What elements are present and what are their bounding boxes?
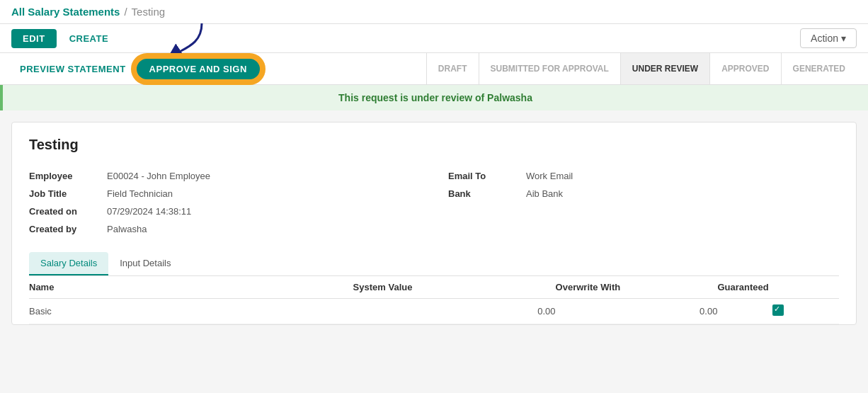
tab-input-details[interactable]: Input Details — [108, 252, 182, 275]
action-label: Action — [811, 33, 838, 44]
action-arrow-icon: ▾ — [841, 33, 846, 44]
guaranteed-checkbox[interactable] — [772, 304, 784, 316]
field-bank: Bank Aib Bank — [448, 185, 839, 203]
create-button[interactable]: CREATE — [62, 29, 115, 48]
salary-table: Name System Value Overwrite With Guarant… — [29, 276, 839, 324]
cell-system-value: 0.00 — [353, 299, 556, 324]
value-created-on: 07/29/2024 14:38:11 — [107, 206, 191, 217]
form-right-column: Email To Work Email Bank Aib Bank — [448, 167, 839, 238]
cell-overwrite-with: 0.00 — [556, 299, 718, 324]
edit-button[interactable]: EDIT — [11, 29, 57, 48]
approve-and-sign-button[interactable]: APPROVE AND SIGN — [135, 57, 262, 81]
field-created-on: Created on 07/29/2024 14:38:11 — [29, 203, 420, 220]
label-job-title: Job Title — [29, 188, 107, 199]
value-employee: E00024 - John Employee — [107, 171, 210, 181]
breadcrumb-bar: All Salary Statements / Testing — [0, 0, 868, 24]
breadcrumb-parent[interactable]: All Salary Statements — [11, 6, 120, 18]
label-bank: Bank — [448, 188, 526, 199]
label-email-to: Email To — [448, 171, 526, 181]
card-title: Testing — [29, 137, 839, 153]
pipeline-step-submitted: SUBMITTED FOR APPROVAL — [479, 53, 620, 84]
field-email-to: Email To Work Email — [448, 167, 839, 185]
label-created-by: Created by — [29, 224, 107, 234]
field-employee: Employee E00024 - John Employee — [29, 167, 420, 185]
col-header-overwrite-with: Overwrite With — [556, 276, 718, 299]
label-created-on: Created on — [29, 206, 107, 217]
breadcrumb-current: Testing — [132, 6, 166, 18]
col-header-name: Name — [29, 276, 353, 299]
pipeline-step-draft: DRAFT — [426, 53, 479, 84]
value-job-title: Field Technician — [107, 188, 173, 199]
info-banner-message: This request is under review of Palwasha — [338, 92, 532, 103]
form-grid: Employee E00024 - John Employee Job Titl… — [29, 167, 839, 238]
breadcrumb-separator: / — [124, 6, 127, 18]
pipeline: DRAFT SUBMITTED FOR APPROVAL UNDER REVIE… — [426, 53, 857, 84]
field-created-by: Created by Palwasha — [29, 220, 420, 238]
value-bank: Aib Bank — [526, 188, 563, 199]
table-row: Basic 0.00 0.00 — [29, 299, 839, 324]
pipeline-step-approved: APPROVED — [709, 53, 780, 84]
action-dropdown[interactable]: Action ▾ — [800, 28, 857, 48]
col-header-system-value: System Value — [353, 276, 556, 299]
col-header-guaranteed: Guaranteed — [717, 276, 839, 299]
cell-name: Basic — [29, 299, 353, 324]
tabs: Salary Details Input Details — [29, 252, 839, 276]
pipeline-step-generated: GENERATED — [781, 53, 857, 84]
tab-salary-details[interactable]: Salary Details — [29, 252, 108, 275]
field-job-title: Job Title Field Technician — [29, 185, 420, 203]
action-bar: EDIT CREATE Action ▾ — [0, 24, 868, 53]
form-left-column: Employee E00024 - John Employee Job Titl… — [29, 167, 420, 238]
label-employee: Employee — [29, 171, 107, 181]
value-created-by: Palwasha — [107, 224, 147, 234]
value-email-to: Work Email — [526, 171, 573, 181]
status-bar: PREVIEW STATEMENT APPROVE AND SIGN DRAFT… — [0, 53, 868, 85]
cell-guaranteed — [717, 299, 839, 324]
preview-statement-button[interactable]: PREVIEW STATEMENT — [11, 57, 135, 81]
info-banner: This request is under review of Palwasha — [0, 85, 868, 110]
main-card: Testing Employee E00024 - John Employee … — [11, 122, 857, 325]
pipeline-step-under-review: UNDER REVIEW — [620, 53, 709, 84]
